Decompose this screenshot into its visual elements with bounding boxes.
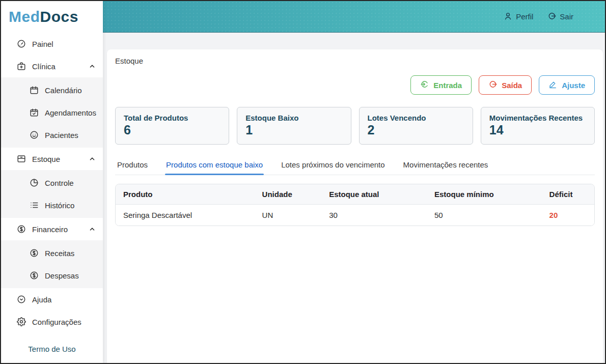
logout-button[interactable]: Sair (547, 12, 573, 22)
cell-estoque-atual: 30 (321, 205, 427, 226)
stat-value: 2 (368, 123, 464, 137)
profile-button[interactable]: Perfil (504, 12, 533, 22)
login-icon (420, 80, 429, 90)
sidebar-item-controle[interactable]: Controle (1, 172, 103, 194)
calendar-check-icon (30, 108, 39, 117)
sidebar-item-label: Agendamentos (45, 108, 96, 117)
cell-produto: Seringa Descartável (116, 205, 255, 226)
gear-icon (17, 317, 26, 326)
sidebar-item-ajuda[interactable]: Ajuda (1, 288, 103, 311)
list-icon (30, 201, 39, 210)
dollar-circle-icon (30, 248, 39, 258)
stat-total-produtos: Total de Produtos 6 (115, 107, 229, 145)
stat-lotes-vencendo: Lotes Vencendo 2 (359, 107, 473, 145)
sidebar-subgroup-clinica: Calendário Agendamentos Pacientes (1, 77, 103, 148)
sidebar: MedDocs Painel Clínica Calendário (1, 1, 103, 363)
tab-lotes-vencimento[interactable]: Lotes próximos do vencimento (280, 156, 385, 175)
archive-icon (17, 154, 26, 163)
stock-tabs: Produtos Produtos com estoque baixo Lote… (115, 156, 595, 175)
sidebar-item-label: Despesas (45, 271, 96, 280)
topbar: Perfil Sair (103, 1, 605, 33)
page-title: Estoque (115, 57, 595, 65)
sidebar-item-painel[interactable]: Painel (1, 33, 103, 55)
cell-deficit: 20 (542, 205, 594, 226)
ajuste-label: Ajuste (562, 81, 585, 90)
stat-value: 14 (489, 123, 586, 137)
stat-movimentacoes-recentes: Movimentações Recentes 14 (481, 107, 595, 145)
gauge-icon (17, 39, 26, 48)
chevron-up-icon (89, 63, 96, 70)
sidebar-item-label: Estoque (32, 155, 89, 163)
sidebar-subgroup-financeiro: Receitas Despesas (1, 240, 103, 288)
privacy-policy-link[interactable]: Política de Privacidade (1, 359, 103, 363)
stat-label: Lotes Vencendo (368, 114, 464, 122)
column-header-unidade: Unidade (255, 184, 322, 205)
stat-label: Movimentações Recentes (489, 114, 586, 122)
logout-icon (547, 12, 556, 22)
sidebar-item-label: Configurações (32, 318, 96, 326)
sidebar-footer: Termo de Uso Política de Privacidade (1, 339, 103, 363)
sidebar-item-pacientes[interactable]: Pacientes (1, 124, 103, 146)
low-stock-table: Produto Unidade Estoque atual Estoque mí… (115, 184, 595, 226)
calendar-icon (30, 86, 39, 95)
brand-part-2: Docs (40, 8, 78, 25)
saida-label: Saída (502, 81, 522, 90)
sidebar-item-receitas[interactable]: Receitas (1, 242, 103, 264)
app-logo: MedDocs (1, 1, 103, 33)
sidebar-item-label: Painel (32, 40, 96, 48)
stat-label: Total de Produtos (124, 114, 221, 122)
stock-actions: Entrada Saída Ajuste (115, 75, 595, 95)
stat-value: 1 (245, 123, 342, 137)
cell-estoque-minimo: 50 (427, 205, 542, 226)
sidebar-item-label: Pacientes (45, 131, 96, 139)
column-header-estoque-atual: Estoque atual (321, 184, 427, 205)
stats-row: Total de Produtos 6 Estoque Baixo 1 Lote… (115, 107, 595, 145)
sidebar-subgroup-estoque: Controle Histórico (1, 170, 103, 218)
terms-of-use-link[interactable]: Termo de Uso (1, 339, 103, 359)
sidebar-item-agendamentos[interactable]: Agendamentos (1, 101, 103, 124)
logout-icon (488, 80, 497, 90)
estoque-panel: Estoque Entrada Saída Ajuste (107, 49, 603, 364)
chevron-up-icon (89, 155, 96, 162)
sidebar-item-label: Calendário (45, 86, 96, 95)
sidebar-item-label: Receitas (45, 249, 96, 258)
dollar-circle-icon (17, 225, 26, 234)
help-circle-icon (17, 295, 26, 304)
entrada-label: Entrada (433, 81, 462, 90)
pencil-icon (548, 80, 557, 90)
stat-label: Estoque Baixo (245, 114, 342, 122)
logout-label: Sair (560, 12, 573, 21)
sidebar-item-historico[interactable]: Histórico (1, 194, 103, 216)
sidebar-item-label: Financeiro (32, 225, 89, 234)
ajuste-button[interactable]: Ajuste (539, 75, 595, 95)
tab-produtos-estoque-baixo[interactable]: Produtos com estoque baixo (165, 156, 264, 175)
profile-label: Perfil (516, 12, 533, 21)
pie-chart-icon (30, 178, 39, 187)
entrada-button[interactable]: Entrada (410, 75, 472, 95)
sidebar-item-configuracoes[interactable]: Configurações (1, 311, 103, 333)
stat-value: 6 (124, 123, 221, 137)
sidebar-item-despesas[interactable]: Despesas (1, 264, 103, 287)
sidebar-item-estoque[interactable]: Estoque (1, 148, 103, 170)
tab-movimentacoes-recentes[interactable]: Movimentações recentes (402, 156, 489, 175)
column-header-deficit: Déficit (542, 184, 594, 205)
sidebar-item-label: Clínica (32, 62, 89, 71)
sidebar-item-clinica[interactable]: Clínica (1, 55, 103, 77)
brand-part-1: Med (9, 8, 40, 25)
tab-produtos[interactable]: Produtos (116, 156, 149, 175)
person-icon (504, 12, 512, 22)
sidebar-item-label: Controle (45, 179, 96, 187)
saida-button[interactable]: Saída (479, 75, 532, 95)
cell-unidade: UN (255, 205, 322, 226)
table-row[interactable]: Seringa Descartável UN 30 50 20 (116, 205, 594, 226)
sidebar-item-financeiro[interactable]: Financeiro (1, 218, 103, 240)
table-header-row: Produto Unidade Estoque atual Estoque mí… (116, 184, 594, 205)
column-header-produto: Produto (116, 184, 255, 205)
chevron-up-icon (89, 226, 96, 233)
stat-estoque-baixo: Estoque Baixo 1 (237, 107, 351, 145)
medical-bag-icon (17, 62, 26, 71)
dollar-circle-icon (30, 271, 39, 280)
sidebar-item-calendario[interactable]: Calendário (1, 79, 103, 101)
app-window: Perfil Sair MedDocs Painel Clínica (0, 0, 606, 364)
column-header-estoque-minimo: Estoque mínimo (427, 184, 542, 205)
